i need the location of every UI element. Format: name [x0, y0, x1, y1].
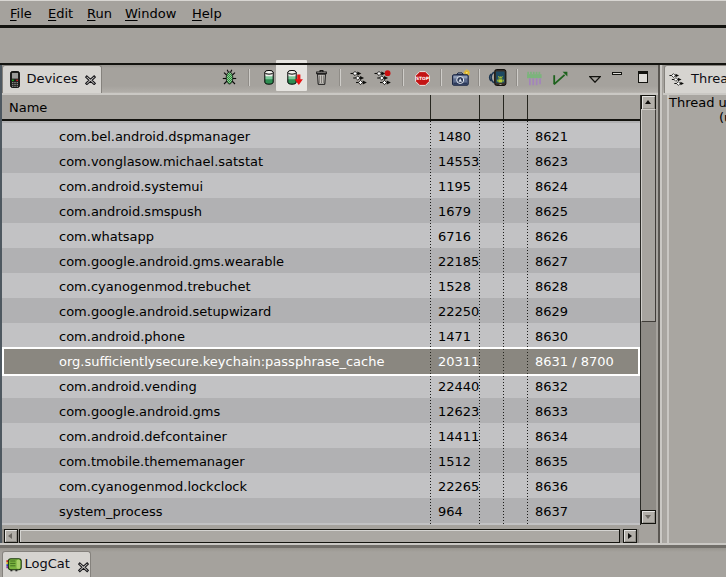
stop-sign-text: STOP: [415, 76, 429, 82]
table-row[interactable]: com.cyanogenmod.trebuchet15288628: [2, 273, 640, 298]
editor-area-separator: [0, 63, 726, 66]
cell-port: 8626: [535, 224, 568, 249]
ddms-window: FileEditRunWindowHelp Devi: [0, 0, 726, 577]
debug-process-icon[interactable]: [222, 69, 237, 88]
scroll-right-button[interactable]: [623, 529, 637, 543]
menu-window[interactable]: Window: [125, 6, 176, 22]
cell-port: 8635: [535, 449, 568, 474]
threads-panel-left-highlight: [667, 95, 669, 543]
column-grid-line: [527, 349, 528, 374]
table-row[interactable]: com.google.android.gms.wearable221858627: [2, 248, 640, 273]
tab-threads[interactable]: Threads: [664, 65, 726, 93]
cell-pid: 22440: [438, 374, 479, 399]
cell-port: 8632: [535, 374, 568, 399]
scroll-left-button[interactable]: [4, 529, 18, 543]
cell-pid: 1480: [438, 124, 471, 149]
table-row[interactable]: com.android.phone14718630: [2, 323, 640, 348]
scroll-up-button[interactable]: [641, 95, 656, 110]
stop-process-icon[interactable]: STOP: [415, 71, 430, 89]
tab-logcat-label: LogCat: [25, 556, 70, 571]
cell-pid: 1471: [438, 324, 471, 349]
table-row[interactable]: com.tmobile.thememanager15128635: [2, 448, 640, 473]
cell-selected: 8631 / 8700: [535, 349, 614, 374]
start-method-profiling-icon[interactable]: [374, 70, 392, 89]
tab-devices-label: Devices: [27, 71, 78, 86]
column-grid-line: [503, 121, 504, 525]
toolbar-separator: [248, 69, 249, 86]
column-grid-line: [479, 349, 480, 374]
cell-pid: 1512: [438, 449, 471, 474]
cell-port: 8637: [535, 499, 568, 524]
cell-pid: 22185: [438, 249, 479, 274]
column-divider[interactable]: [527, 95, 528, 119]
table-row[interactable]: com.whatsapp67168626: [2, 223, 640, 248]
table-row[interactable]: com.android.smspush16798625: [2, 198, 640, 223]
toolbar-separator: [440, 69, 441, 86]
column-grid-line: [479, 121, 480, 525]
selected-row[interactable]: org.sufficientlysecure.keychain:passphra…: [2, 347, 640, 376]
cell-name: com.bel.android.dspmanager: [59, 124, 250, 149]
menu-bar: FileEditRunWindowHelp: [0, 0, 726, 25]
menu-edit[interactable]: Edit: [48, 6, 73, 22]
tab-devices-close-icon[interactable]: [85, 73, 96, 88]
column-divider[interactable]: [430, 95, 431, 119]
screen-capture-icon[interactable]: [452, 69, 472, 89]
table-row[interactable]: com.android.systemui11958624: [2, 173, 640, 198]
device-process-table[interactable]: com.bel.android.dspmanager14808621com.vo…: [2, 121, 640, 525]
tab-logcat[interactable]: LogCat: [2, 551, 91, 577]
tab-devices[interactable]: Devices: [2, 65, 102, 93]
menu-help[interactable]: Help: [192, 6, 222, 22]
cell-port: 8624: [535, 174, 568, 199]
cell-port: 8629: [535, 299, 568, 324]
threads-message-line1: Thread updates not enabled for selected …: [669, 95, 726, 110]
tab-logcat-close-icon[interactable]: [78, 561, 89, 576]
toolbar-separator: [402, 69, 403, 86]
cell-pid: 1528: [438, 274, 471, 299]
cause-gc-icon[interactable]: [316, 70, 327, 88]
cell-name: com.google.android.gms.wearable: [59, 249, 284, 274]
menu-run[interactable]: Run: [87, 6, 112, 22]
cell-pid: 12623: [438, 399, 479, 424]
main-toolbar: [0, 28, 726, 63]
cell-port: 8630: [535, 324, 568, 349]
system-info-icon[interactable]: [527, 71, 542, 89]
view-menu-icon[interactable]: [589, 71, 601, 86]
menu-file[interactable]: File: [10, 6, 32, 22]
minimize-icon[interactable]: [612, 72, 622, 75]
update-heap-icon[interactable]: [264, 70, 274, 88]
cell-pid: 6716: [438, 224, 471, 249]
cell-name: system_process: [59, 499, 162, 524]
vertical-scrollbar-thumb[interactable]: [641, 109, 656, 322]
table-row[interactable]: com.cyanogenmod.lockclock222658636: [2, 473, 640, 498]
dump-hprof-icon[interactable]: [287, 70, 304, 89]
maximize-icon[interactable]: [638, 71, 648, 83]
column-divider[interactable]: [503, 95, 504, 119]
table-row[interactable]: com.android.vending224408632: [2, 373, 640, 398]
column-header-name[interactable]: Name: [9, 100, 47, 115]
cell-name: com.vonglasow.michael.satstat: [59, 149, 263, 174]
logcat-icon: [6, 557, 23, 575]
table-row[interactable]: com.google.android.gms126238633: [2, 398, 640, 423]
devices-panel-right-highlight: [660, 65, 662, 545]
scrollbar-corner: [640, 525, 658, 543]
table-row[interactable]: com.android.defcontainer144118634: [2, 423, 640, 448]
table-row[interactable]: com.vonglasow.michael.satstat145538623: [2, 148, 640, 173]
table-row[interactable]: system_process9648637: [2, 498, 640, 523]
start-tracing-icon[interactable]: [552, 71, 569, 89]
column-divider[interactable]: [479, 95, 480, 119]
cell-port: 8634: [535, 424, 568, 449]
cell-name: com.android.smspush: [59, 199, 202, 224]
table-header[interactable]: Name: [2, 95, 639, 119]
horizontal-scrollbar-thumb[interactable]: [19, 529, 620, 543]
update-threads-icon[interactable]: [350, 70, 368, 89]
table-row[interactable]: com.bel.android.dspmanager14808621: [2, 123, 640, 148]
cell-pid: 14411: [438, 424, 479, 449]
scroll-down-button[interactable]: [641, 510, 656, 525]
toolbar-separator: [516, 69, 517, 86]
table-row[interactable]: com.google.android.setupwizard222508629: [2, 298, 640, 323]
cell-name: com.tmobile.thememanager: [59, 449, 245, 474]
cell-port: 8621: [535, 124, 568, 149]
screen-record-icon[interactable]: [488, 69, 507, 89]
cell-name: com.cyanogenmod.trebuchet: [59, 274, 251, 299]
threads-message-line2: (use toolbar button to enable): [719, 110, 726, 125]
